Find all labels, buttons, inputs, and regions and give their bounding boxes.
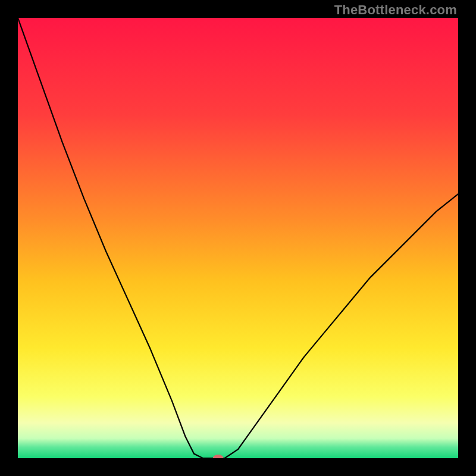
watermark-text: TheBottleneck.com	[334, 2, 457, 18]
gradient-background	[18, 18, 458, 458]
chart-frame: TheBottleneck.com	[0, 0, 476, 476]
plot-area	[18, 18, 458, 458]
chart-svg	[18, 18, 458, 458]
